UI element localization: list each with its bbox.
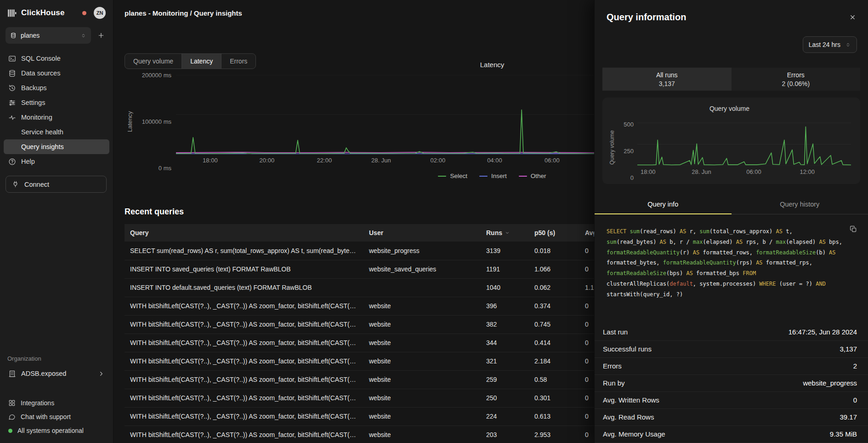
cell-query: WITH bitShiftLeft(CAST(?..), _CAST(?..))… bbox=[125, 352, 363, 370]
y-tick-label: 0 ms bbox=[159, 165, 171, 172]
cell-query: WITH bitShiftLeft(CAST(?..), _CAST(?..))… bbox=[125, 407, 363, 426]
detail-row-last-run: Last run16:47:25, Jun 28 2024 bbox=[595, 324, 868, 341]
query-information-panel: Query information Last 24 hrs All runs3,… bbox=[594, 0, 868, 443]
sidebar-item-label: Service health bbox=[21, 128, 63, 136]
detail-label: Errors bbox=[603, 362, 622, 370]
service-name: planes bbox=[21, 32, 40, 39]
chevron-updown-icon bbox=[845, 42, 851, 48]
close-icon[interactable] bbox=[849, 14, 856, 21]
sidebar-item-label: Settings bbox=[21, 99, 45, 106]
tab-query-history[interactable]: Query history bbox=[732, 196, 868, 214]
notification-dot[interactable] bbox=[82, 11, 86, 15]
cell-p50: 0.613 bbox=[529, 407, 579, 426]
chart-title: Query volume bbox=[608, 105, 851, 112]
cell-p50: 0.745 bbox=[529, 315, 579, 334]
cell-runs: 1040 bbox=[481, 278, 529, 297]
cell-runs: 321 bbox=[481, 352, 529, 370]
add-service-button[interactable] bbox=[95, 29, 108, 42]
cell-user: website bbox=[363, 426, 481, 443]
cell-query: WITH bitShiftLeft(CAST(?..), _CAST(?..))… bbox=[125, 389, 363, 407]
connect-button[interactable]: Connect bbox=[6, 176, 107, 193]
sql-code-block: SELECT sum(read_rows) AS r, sum(total_ro… bbox=[595, 214, 868, 307]
y-axis-ticks: 0250500 bbox=[616, 118, 637, 178]
tab-errors[interactable]: Errors bbox=[221, 54, 255, 69]
column-header-user[interactable]: User bbox=[363, 224, 481, 242]
sidebar-item-settings[interactable]: Settings bbox=[4, 95, 109, 110]
tab-latency[interactable]: Latency bbox=[182, 54, 221, 69]
sidebar-item-label: SQL Console bbox=[21, 55, 61, 62]
query-volume-chart: Query volume Query volume 0250500 18:002… bbox=[602, 98, 860, 184]
x-tick-label: 18:00 bbox=[641, 168, 656, 175]
column-header-p50-s[interactable]: p50 (s) bbox=[529, 224, 579, 242]
column-label: p50 (s) bbox=[534, 229, 555, 236]
cell-runs: 344 bbox=[481, 334, 529, 352]
cell-query: INSERT INTO saved_queries (text) FORMAT … bbox=[125, 260, 363, 278]
sidebar-item-data-sources[interactable]: Data sources bbox=[4, 66, 109, 81]
monitoring-icon bbox=[8, 114, 16, 121]
legend-item-insert[interactable]: Insert bbox=[479, 173, 507, 179]
sidebar-nav: SQL ConsoleData sourcesBackupsSettingsMo… bbox=[4, 51, 109, 169]
organization-name: ADSB.exposed bbox=[21, 370, 66, 377]
organization-label: Organization bbox=[0, 355, 113, 366]
legend-item-other[interactable]: Other bbox=[519, 173, 546, 179]
legend-swatch bbox=[479, 176, 488, 177]
cell-p50: 0.414 bbox=[529, 334, 579, 352]
cell-p50: 2.184 bbox=[529, 352, 579, 370]
stat-tab-all-runs[interactable]: All runs3,137 bbox=[602, 68, 732, 91]
sidebar-item-sql-console[interactable]: SQL Console bbox=[4, 51, 109, 66]
service-selector[interactable]: planes bbox=[6, 27, 91, 44]
database-icon bbox=[8, 69, 16, 77]
avatar[interactable]: ZN bbox=[94, 7, 106, 19]
footer-item-all-systems-operational[interactable]: All systems operational bbox=[4, 424, 109, 437]
sidebar-item-backups[interactable]: Backups bbox=[4, 81, 109, 95]
stat-tab-label: All runs bbox=[656, 71, 678, 79]
chat-icon bbox=[8, 413, 16, 420]
cell-user: website bbox=[363, 370, 481, 389]
detail-row-avg-written-rows: Avg. Written Rows0 bbox=[595, 392, 868, 409]
chevron-updown-icon bbox=[80, 33, 86, 39]
breadcrumb: planes - Monitoring / Query insights bbox=[125, 9, 242, 17]
column-header-query[interactable]: Query bbox=[125, 224, 363, 242]
sidebar: ClickHouse ZN planes SQL ConsoleData sou… bbox=[0, 0, 113, 443]
tab-query-volume[interactable]: Query volume bbox=[125, 54, 182, 69]
cell-query: WITH bitShiftLeft(CAST(?..), _CAST(?..))… bbox=[125, 315, 363, 334]
sidebar-top: ClickHouse ZN bbox=[0, 0, 113, 23]
stat-tab-errors[interactable]: Errors2 (0.06%) bbox=[732, 68, 861, 91]
time-range-select[interactable]: Last 24 hrs bbox=[803, 36, 857, 53]
query-details: Last run16:47:25, Jun 28 2024Successful … bbox=[595, 324, 868, 443]
detail-row-avg-memory-usage: Avg. Memory Usage9.35 MiB bbox=[595, 426, 868, 443]
column-header-runs[interactable]: Runs bbox=[481, 224, 529, 242]
x-tick-label: 18:00 bbox=[203, 157, 218, 164]
detail-value: 3,137 bbox=[840, 345, 857, 353]
tab-query-info[interactable]: Query info bbox=[595, 196, 732, 214]
y-tick-label: 0 bbox=[630, 174, 634, 181]
service-row: planes bbox=[0, 23, 113, 44]
settings-icon bbox=[8, 99, 16, 107]
cell-query: WITH bitShiftLeft(CAST(?..), _CAST(?..))… bbox=[125, 370, 363, 389]
stat-tabs: All runs3,137Errors2 (0.06%) bbox=[602, 68, 860, 91]
cell-user: website bbox=[363, 334, 481, 352]
detail-value: 39.17 bbox=[840, 413, 857, 421]
cell-query: SELECT sum(read_rows) AS r, sum(total_ro… bbox=[125, 242, 363, 260]
organization-item[interactable]: ADSB.exposed bbox=[4, 366, 109, 381]
terminal-icon bbox=[8, 55, 16, 63]
sidebar-item-query-insights[interactable]: Query insights bbox=[4, 139, 109, 154]
cell-p50: 0.58 bbox=[529, 370, 579, 389]
footer-item-integrations[interactable]: Integrations bbox=[4, 396, 109, 410]
sidebar-spacer bbox=[0, 193, 113, 355]
cell-runs: 224 bbox=[481, 407, 529, 426]
time-range-row: Last 24 hrs bbox=[595, 23, 868, 53]
sidebar-item-help[interactable]: Help bbox=[4, 154, 109, 169]
sidebar-item-service-health[interactable]: Service health bbox=[4, 125, 109, 139]
cell-runs: 3139 bbox=[481, 242, 529, 260]
sidebar-item-monitoring[interactable]: Monitoring bbox=[4, 110, 109, 125]
detail-label: Successful runs bbox=[603, 345, 652, 353]
copy-icon[interactable] bbox=[850, 225, 857, 233]
detail-label: Avg. Written Rows bbox=[603, 396, 659, 404]
integrations-icon bbox=[8, 399, 16, 407]
footer-item-chat-with-support[interactable]: Chat with support bbox=[4, 410, 109, 424]
cell-p50: 0.301 bbox=[529, 389, 579, 407]
sql-code: SELECT sum(read_rows) AS r, sum(total_ro… bbox=[607, 226, 842, 300]
legend-item-select[interactable]: Select bbox=[438, 173, 467, 179]
x-tick-label: 28. Jun bbox=[692, 168, 711, 175]
